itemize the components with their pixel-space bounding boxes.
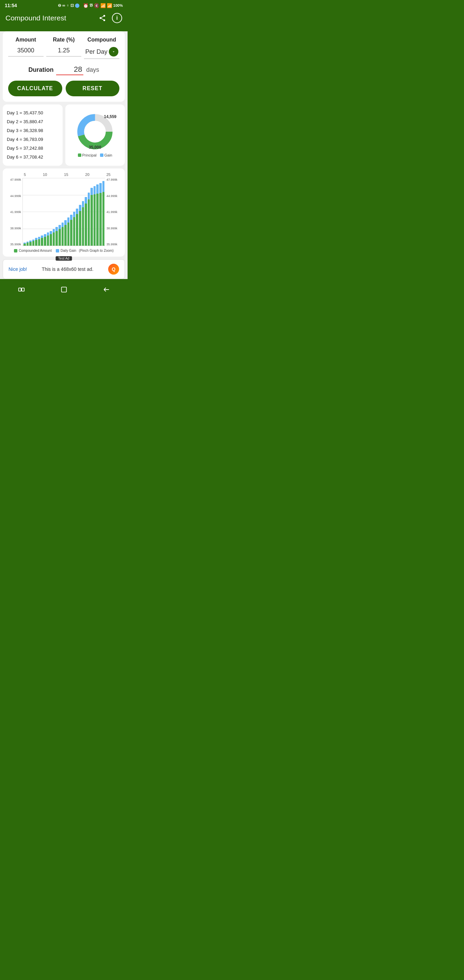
bar-green — [96, 194, 99, 246]
reset-button[interactable]: RESET — [66, 81, 120, 96]
chart-y-label-left: 44.999k — [10, 194, 21, 198]
bar-group — [64, 220, 67, 246]
bar-blue — [102, 181, 105, 192]
status-wifi: 📶 — [100, 3, 106, 8]
bar-group — [79, 205, 81, 246]
chart-area: 510152025 47.999k44.999k41.999k38.999k35… — [7, 172, 121, 246]
bar-group — [32, 240, 35, 246]
app-title: Compound Interest — [5, 14, 66, 22]
nav-back-button[interactable] — [103, 286, 110, 295]
donut-legend: Principal Gain — [78, 153, 112, 157]
bar-blue — [73, 212, 76, 217]
bar-group — [24, 243, 26, 246]
bar-group — [99, 183, 102, 246]
status-time: 11:54 — [5, 3, 17, 8]
bar-group — [41, 235, 43, 246]
bar-green — [64, 225, 67, 246]
status-icon-screenshot: ⊡ — [70, 3, 74, 8]
bar-group — [50, 231, 52, 246]
bar-group — [44, 234, 46, 246]
bar-blue — [38, 237, 40, 239]
bar-green — [50, 234, 52, 246]
bar-green — [59, 229, 61, 246]
compounded-legend-label: Compounded Amount — [19, 249, 52, 253]
donut-chart-card: 14,559 35,000 Principal Gain — [65, 105, 125, 166]
list-item: Day 5 = 37,242.88 — [7, 144, 59, 153]
nav-recent-apps-button[interactable] — [18, 286, 25, 295]
input-card: Amount Rate (%) Compound Per Day — [3, 31, 125, 102]
bar-green — [35, 240, 37, 246]
daily-legend-label: Daily Gain — [60, 249, 76, 253]
bar-blue — [94, 186, 96, 194]
chart-with-axes: 47.999k44.999k41.999k38.999k35.999k 47.9… — [7, 178, 121, 246]
status-alarm: ⏰ — [83, 3, 89, 8]
chart-y-label-right: 35.999k — [106, 243, 118, 246]
rate-input[interactable] — [46, 46, 82, 56]
chart-y-label-right: 44.999k — [106, 194, 118, 198]
chart-x-label: 5 — [24, 172, 26, 177]
amount-input[interactable] — [8, 46, 43, 56]
chart-x-label: 15 — [64, 172, 68, 177]
principal-legend-label: Principal — [82, 153, 97, 157]
gain-legend-label: Gain — [105, 153, 112, 157]
chart-x-label: 10 — [43, 172, 47, 177]
bar-green — [44, 237, 46, 246]
bar-green — [27, 243, 29, 246]
chart-legend-compounded: Compounded Amount — [14, 249, 52, 253]
bar-group — [70, 215, 73, 246]
bar-green — [41, 238, 43, 246]
status-bar: 11:54 ⊖ ∞ ♀ ⊡ ⬤ ⏰ 𝔅 🔇 📶 📶 100% — [0, 0, 127, 10]
bar-green — [67, 223, 70, 246]
chart-x-label: 25 — [106, 172, 111, 177]
bar-green — [38, 239, 40, 246]
svg-rect-5 — [61, 287, 66, 292]
compound-selector[interactable]: Per Day — [84, 46, 119, 59]
bar-green — [24, 243, 26, 246]
amount-group: Amount — [8, 37, 43, 59]
button-row: CALCULATE RESET — [8, 81, 119, 96]
duration-input[interactable] — [56, 64, 83, 75]
bar-chart-card: 510152025 47.999k44.999k41.999k38.999k35… — [3, 169, 125, 256]
compound-label: Compound — [87, 37, 116, 43]
header: Compound Interest i — [0, 10, 127, 29]
list-item: Day 4 = 36,783.09 — [7, 135, 59, 144]
chart-hint: (Pinch Graph to Zoom) — [79, 249, 114, 253]
header-actions: i — [98, 13, 122, 23]
list-item: Day 6 = 37,708.42 — [7, 153, 59, 162]
duration-unit: days — [86, 66, 99, 73]
chart-legend: Compounded Amount Daily Gain (Pinch Grap… — [7, 249, 121, 253]
bar-group — [59, 225, 61, 246]
bar-blue — [44, 234, 46, 237]
nav-home-button[interactable] — [60, 286, 68, 295]
bar-blue — [88, 192, 90, 199]
bar-green — [99, 193, 102, 246]
chart-x-label: 20 — [86, 172, 89, 177]
bar-blue — [99, 183, 102, 193]
info-button[interactable]: i — [112, 13, 122, 23]
bar-blue — [96, 185, 99, 194]
rate-label: Rate (%) — [53, 37, 75, 43]
list-item: Day 1 = 35,437.50 — [7, 108, 59, 118]
bar-group — [82, 201, 84, 246]
rate-group: Rate (%) — [46, 37, 82, 59]
bar-group — [88, 192, 90, 246]
status-battery: 100% — [113, 3, 123, 8]
bar-blue — [76, 208, 78, 215]
amount-label: Amount — [16, 37, 36, 43]
status-icon-person: ♀ — [66, 3, 69, 8]
bar-blue — [82, 201, 84, 208]
chart-y-label-left: 35.999k — [10, 243, 21, 246]
bar-blue — [47, 232, 49, 235]
status-signal: 📶 — [107, 3, 112, 8]
main-content: Amount Rate (%) Compound Per Day — [0, 31, 127, 279]
bar-green — [29, 242, 32, 246]
share-button[interactable] — [98, 13, 107, 23]
top-inputs-row: Amount Rate (%) Compound Per Day — [8, 37, 119, 59]
ad-banner: Test Ad Nice job! This is a 468x60 test … — [3, 259, 125, 279]
bar-group — [35, 238, 37, 246]
bar-blue — [91, 188, 93, 195]
calculate-button[interactable]: CALCULATE — [8, 81, 62, 96]
bar-group — [94, 186, 96, 246]
chart-y-axis-right: 47.999k44.999k41.999k38.999k35.999k — [105, 178, 121, 246]
dropdown-arrow-icon[interactable] — [109, 47, 118, 56]
